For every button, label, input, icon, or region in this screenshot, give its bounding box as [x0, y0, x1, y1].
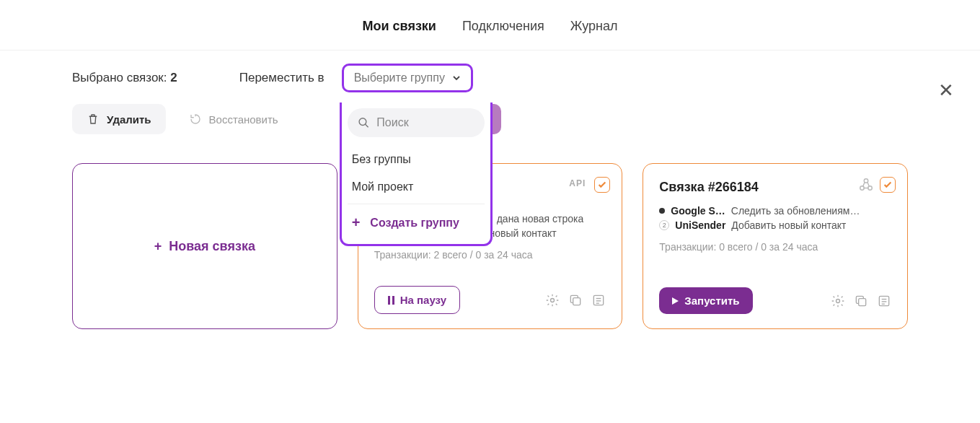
step-badge: 2 — [659, 220, 669, 230]
card2-step1-name: Google S… — [671, 205, 725, 217]
group-search[interactable] — [348, 108, 485, 137]
create-group-button[interactable]: + Создать группу — [348, 207, 485, 238]
card2-step1-desc: Следить за обновлениям… — [731, 205, 860, 217]
api-badge: API — [569, 178, 586, 188]
list-icon[interactable] — [591, 293, 606, 308]
copy-icon[interactable] — [568, 293, 583, 308]
group-option-myproject[interactable]: Мой проект — [348, 173, 485, 201]
restore-button[interactable]: Восстановить — [175, 104, 293, 134]
tab-connections[interactable]: Подключения — [462, 19, 544, 34]
group-dropdown: Без группы Мой проект + Создать группу — [340, 103, 493, 246]
dropdown-separator — [348, 204, 485, 204]
trash-icon — [87, 113, 100, 126]
pause-icon — [388, 296, 394, 305]
gear-icon[interactable] — [545, 293, 560, 308]
tab-my-links[interactable]: Мои связки — [363, 19, 436, 34]
plus-icon: + — [352, 214, 361, 231]
search-icon — [358, 115, 370, 130]
list-icon[interactable] — [877, 294, 891, 308]
link-card-2: Связка #266184 Google S…Следить за обнов… — [643, 163, 908, 329]
card1-step1-desc: дана новая строка — [497, 213, 584, 224]
svg-point-2 — [551, 298, 555, 302]
svg-point-0 — [359, 118, 366, 126]
group-option-none[interactable]: Без группы — [348, 146, 485, 173]
card1-transactions: Транзакции: 2 всего / 0 за 24 часа — [374, 249, 606, 261]
copy-icon[interactable] — [854, 294, 868, 308]
card2-step2-desc: Добавить новый контакт — [731, 219, 846, 231]
group-select-trigger[interactable]: Выберите группу — [342, 64, 473, 92]
svg-point-11 — [836, 299, 840, 302]
play-icon — [672, 297, 679, 305]
card2-title: Связка #266184 — [659, 180, 891, 195]
delete-button[interactable]: Удалить — [72, 104, 166, 134]
restore-icon — [189, 113, 202, 126]
card-checkbox[interactable] — [880, 177, 896, 193]
group-select-placeholder: Выберите группу — [354, 71, 445, 84]
svg-rect-12 — [859, 298, 866, 305]
card2-transactions: Транзакции: 0 всего / 0 за 24 часа — [659, 241, 891, 253]
new-link-card[interactable]: + Новая связка — [72, 163, 337, 329]
svg-line-1 — [365, 124, 368, 127]
card2-step2-name: UniSender — [675, 219, 725, 231]
card-checkbox[interactable] — [594, 177, 610, 193]
chevron-down-icon — [452, 74, 461, 82]
plus-icon: + — [154, 239, 162, 254]
run-button[interactable]: Запустить — [659, 287, 752, 314]
close-icon[interactable]: ✕ — [938, 79, 954, 102]
step-dot-icon — [659, 208, 665, 214]
tab-journal[interactable]: Журнал — [570, 19, 618, 34]
tabs-nav: Мои связки Подключения Журнал — [0, 0, 980, 51]
gear-icon[interactable] — [831, 294, 845, 308]
new-link-label: Новая связка — [169, 239, 255, 254]
pause-button[interactable]: На паузу — [374, 286, 460, 314]
move-to-label: Переместить в — [239, 71, 325, 85]
webhook-icon — [858, 177, 874, 193]
selected-count-label: Выбрано связок: 2 — [72, 71, 177, 85]
svg-rect-3 — [573, 297, 581, 305]
group-search-input[interactable] — [376, 116, 474, 129]
